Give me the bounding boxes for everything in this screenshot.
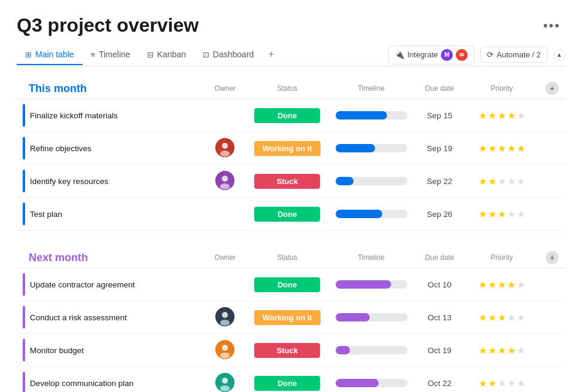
duedate-cell-1: Sep 19: [415, 132, 464, 165]
svg-point-8: [220, 320, 230, 326]
automate-icon: ⟳: [487, 50, 493, 59]
status-badge[interactable]: Done: [254, 207, 320, 222]
integrate-button[interactable]: 🔌 Integrate M ✉: [388, 45, 474, 65]
star-1: ★: [479, 143, 487, 154]
timeline-bar: [336, 177, 354, 185]
star-3: ★: [498, 209, 506, 220]
owner-cell-0: [203, 99, 247, 132]
automate-button[interactable]: ⟳ Automate / 2: [480, 47, 547, 63]
status-cell-1[interactable]: Working on it: [247, 301, 328, 334]
left-bar: [23, 372, 25, 392]
add-column-button[interactable]: +: [546, 251, 559, 264]
col-owner: Owner: [203, 247, 247, 268]
status-badge[interactable]: Done: [254, 108, 320, 123]
tab-timeline[interactable]: ≡ Timeline: [83, 45, 139, 65]
avatar: [215, 340, 234, 359]
star-3: ★: [498, 312, 506, 323]
timeline-cell-1: [328, 132, 415, 165]
timeline-bar-wrap: [336, 346, 407, 354]
avatar: [215, 373, 234, 392]
col-add: +: [539, 78, 565, 99]
add-column-button[interactable]: +: [546, 82, 559, 95]
col-priority: Priority: [465, 78, 540, 99]
timeline-cell-3: [328, 198, 415, 231]
priority-cell-1: ★★★★★: [465, 132, 540, 165]
integrate-avatar-1: M: [441, 49, 453, 61]
tab-group-left: ⊞ Main table ≡ Timeline ⊟ Kanban ⊡ Dashb…: [17, 44, 388, 66]
status-cell-0[interactable]: Done: [247, 99, 328, 132]
star-2: ★: [488, 345, 496, 356]
priority-cell-0: ★★★★★: [465, 268, 540, 301]
add-cell-1: [539, 132, 565, 165]
status-badge[interactable]: Working on it: [254, 141, 321, 156]
status-cell-3[interactable]: Done: [247, 198, 328, 231]
star-4: ★: [507, 176, 516, 187]
tab-main-table[interactable]: ⊞ Main table: [17, 45, 83, 65]
star-4: ★: [507, 345, 516, 356]
star-5: ★: [517, 279, 525, 290]
timeline-bar-wrap: [336, 280, 407, 289]
star-4: ★: [507, 378, 516, 389]
task-name: Identify key resources: [30, 177, 108, 186]
timeline-bar: [336, 144, 375, 152]
timeline-cell-3: [328, 367, 415, 393]
status-cell-2[interactable]: Stuck: [247, 334, 328, 367]
task-name: Test plan: [30, 210, 62, 219]
status-cell-1[interactable]: Working on it: [247, 132, 328, 165]
tab-kanban[interactable]: ⊟ Kanban: [139, 45, 194, 65]
status-badge[interactable]: Working on it: [254, 310, 321, 325]
svg-point-5: [220, 183, 230, 189]
timeline-bar-wrap: [336, 210, 407, 218]
col-add: +: [539, 247, 565, 268]
star-5: ★: [517, 176, 525, 187]
star-5: ★: [517, 209, 525, 220]
section-next-month: Next month Owner Status Timeline Due dat…: [17, 247, 565, 392]
star-3: ★: [498, 110, 506, 121]
dashboard-icon: ⊡: [203, 50, 209, 59]
timeline-bar-wrap: [336, 313, 407, 321]
timeline-bar: [336, 111, 387, 120]
star-3: ★: [498, 345, 506, 356]
left-bar: [23, 170, 25, 192]
status-cell-2[interactable]: Stuck: [247, 165, 328, 198]
star-5: ★: [517, 143, 525, 154]
more-options-button[interactable]: •••: [538, 16, 565, 36]
owner-cell-1: [203, 301, 247, 334]
table-row: Update contractor agreement Done Oct 10 …: [17, 268, 565, 301]
col-owner: Owner: [203, 78, 247, 99]
col-duedate: Due date: [415, 247, 464, 268]
star-5: ★: [517, 312, 525, 323]
left-bar: [23, 104, 25, 127]
timeline-bar-wrap: [336, 144, 407, 152]
star-3: ★: [498, 378, 506, 389]
status-badge[interactable]: Stuck: [254, 343, 320, 358]
collapse-button[interactable]: ▲: [553, 49, 565, 61]
svg-point-1: [222, 143, 228, 149]
owner-cell-2: [203, 334, 247, 367]
star-3: ★: [498, 176, 506, 187]
duedate-cell-2: Oct 19: [415, 334, 464, 367]
table-header-row: This month Owner Status Timeline Due dat…: [17, 78, 565, 99]
status-badge[interactable]: Stuck: [254, 174, 320, 189]
tab-group-right: 🔌 Integrate M ✉ ⟳ Automate / 2 ▲: [388, 45, 565, 65]
tab-dashboard[interactable]: ⊡ Dashboard: [194, 45, 263, 65]
status-cell-3[interactable]: Done: [247, 367, 328, 393]
priority-cell-3: ★★★★★: [465, 198, 540, 231]
duedate-cell-0: Sep 15: [415, 99, 464, 132]
status-cell-0[interactable]: Done: [247, 268, 328, 301]
table-header-row: Next month Owner Status Timeline Due dat…: [17, 247, 565, 268]
task-cell-0: Finalize kickoff materials: [17, 99, 203, 132]
star-1: ★: [479, 176, 487, 187]
timeline-bar-wrap: [336, 111, 407, 120]
task-cell-0: Update contractor agreement: [17, 268, 203, 301]
col-status: Status: [247, 247, 328, 268]
star-4: ★: [507, 143, 516, 154]
add-tab-button[interactable]: +: [262, 44, 281, 66]
task-name: Develop communication plan: [30, 379, 133, 388]
status-badge[interactable]: Done: [254, 376, 320, 391]
task-name: Update contractor agreement: [30, 280, 135, 289]
add-cell-2: [539, 334, 565, 367]
status-badge[interactable]: Done: [254, 277, 320, 292]
table-row: Identify key resources Stuck Sep 22 ★★★★…: [17, 165, 565, 198]
star-2: ★: [488, 209, 496, 220]
